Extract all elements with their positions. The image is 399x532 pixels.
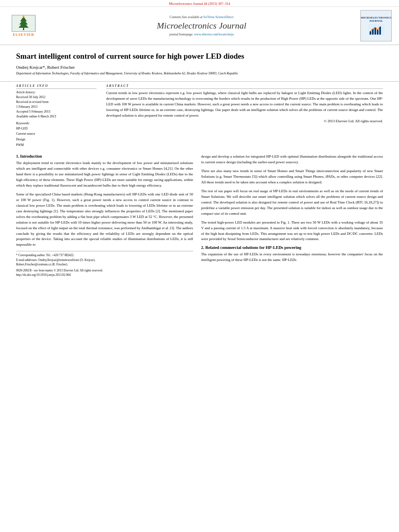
section1-right-para4: The tested high-power LED modules are pr…	[201, 220, 383, 242]
article-info-col: ARTICLE INFO Article history: Received 3…	[16, 84, 97, 150]
svg-rect-7	[370, 31, 371, 35]
footnote-issn: 0026-2692/$ - see front matter © 2013 El…	[16, 268, 193, 273]
article-history-group: Article history: Received 30 July 2012 R…	[16, 90, 97, 119]
elsevier-wordmark: ELSEVIER	[13, 33, 35, 37]
article-info-abstract-section: ARTICLE INFO Article history: Received 3…	[0, 81, 399, 150]
footnote-corresponding: * Corresponding author. Tel.: +420 737 8…	[16, 253, 193, 257]
elsevier-logo-area: ELSEVIER	[6, 14, 43, 38]
section1-right-para1: design and develop a solution for integr…	[201, 154, 383, 165]
elsevier-tree-image	[12, 15, 36, 32]
abstract-label: ABSTRACT	[106, 84, 383, 89]
main-left-col: 1. Introduction The deployment trend in …	[16, 154, 193, 277]
journal-homepage-line: journal homepage: www.elsevier.com/locat…	[47, 33, 356, 36]
footnote-doi: http://dx.doi.org/10.1016/j.mejo.2013.02…	[16, 273, 193, 277]
keyword-3: Design	[16, 137, 97, 142]
section1-heading: 1. Introduction	[16, 154, 193, 158]
section1-right-para3: The rest of our paper will focus on real…	[201, 189, 383, 217]
history-line-5: Available online 6 March 2013	[16, 114, 97, 119]
homepage-url[interactable]: www.elsevier.com/locate/mejo	[194, 33, 234, 36]
footnote-email2: Robert.Frischer@centrum.cz (R. Frischer)…	[16, 262, 193, 267]
elsevier-tree-svg	[12, 16, 35, 31]
journal-title-display: Microelectronics Journal	[47, 21, 356, 31]
section2-para1: The expansion of the use of HP-LEDs in e…	[201, 252, 383, 263]
abstract-body: Current trends in low power electronics …	[106, 91, 383, 117]
paper-authors: Ondrej Krejcar*, Robert Frischer	[16, 65, 383, 70]
keywords-group: Keywords: HP-LED Current source Design P…	[16, 121, 97, 148]
abstract-col: ABSTRACT Current trends in low power ele…	[106, 84, 383, 150]
homepage-label: journal homepage:	[169, 33, 193, 36]
journal-logo-title-1: MICROELECTRONICS	[361, 16, 391, 19]
footnote-section: * Corresponding author. Tel.: +420 737 8…	[16, 251, 193, 277]
history-line-2: Received in revised form	[16, 100, 97, 105]
journal-citation-text: Microelectronics Journal 44 (2013) 307–3…	[169, 2, 230, 6]
history-line-4: Accepted 5 February 2013	[16, 109, 97, 114]
journal-header: ELSEVIER Contents lists available at Sci…	[0, 7, 399, 45]
keyword-1: HP-LED	[16, 126, 97, 131]
journal-logo-title-2: JOURNAL	[369, 19, 383, 23]
main-right-col: design and develop a solution for integr…	[201, 154, 383, 277]
svg-rect-9	[374, 27, 376, 35]
footnote-email1: E-mail addresses: Ondrej.Krejcar@remotew…	[16, 258, 193, 262]
sciverse-name[interactable]: SciVerse ScienceDirect	[204, 15, 234, 19]
section1-para1: The deployment trend in current electron…	[16, 160, 193, 189]
history-line-1: Received 30 July 2012	[16, 95, 97, 100]
abstract-text: Current trends in low power electronics …	[106, 90, 383, 124]
journal-logo-area: MICROELECTRONICS JOURNAL	[360, 10, 393, 41]
journal-citation-bar: Microelectronics Journal 44 (2013) 307–3…	[0, 0, 399, 7]
article-history-label: Article history:	[16, 90, 97, 94]
paper-title: Smart intelligent control of current sou…	[16, 51, 383, 62]
keyword-4: PWM	[16, 142, 97, 148]
keywords-label: Keywords:	[16, 121, 97, 125]
article-info-label: ARTICLE INFO	[16, 84, 97, 89]
paper-affiliation: Department of Information Technologies, …	[16, 71, 383, 76]
section1-para2: Some of the specialized China based mark…	[16, 192, 193, 248]
authors-text: Ondrej Krejcar*, Robert Frischer	[16, 65, 75, 70]
section1-heading-text: 1. Introduction	[16, 154, 42, 158]
keyword-2: Current source	[16, 131, 97, 137]
section2-heading-text: 2. Related commercial solutions for HP-L…	[201, 245, 301, 250]
contents-text: Contents lists available at	[170, 15, 203, 19]
history-line-3: 1 February 2013	[16, 105, 97, 109]
paper-title-section: Smart intelligent control of current sou…	[0, 45, 399, 81]
journal-header-center: Contents lists available at SciVerse Sci…	[47, 15, 356, 36]
main-content-section: 1. Introduction The deployment trend in …	[0, 150, 399, 277]
sciverse-line: Contents lists available at SciVerse Sci…	[47, 15, 356, 19]
abstract-copyright: © 2013 Elsevier Ltd. All rights reserved…	[106, 119, 383, 124]
elsevier-logo: ELSEVIER	[6, 14, 41, 38]
keywords-list: HP-LED Current source Design PWM	[16, 126, 97, 148]
section1-right-para2: There are also many new trends in sense …	[201, 168, 383, 185]
journal-logo-graphic	[368, 24, 384, 35]
section2-heading: 2. Related commercial solutions for HP-L…	[201, 245, 383, 250]
journal-logo-box: MICROELECTRONICS JOURNAL	[360, 10, 392, 41]
svg-rect-10	[377, 30, 378, 35]
